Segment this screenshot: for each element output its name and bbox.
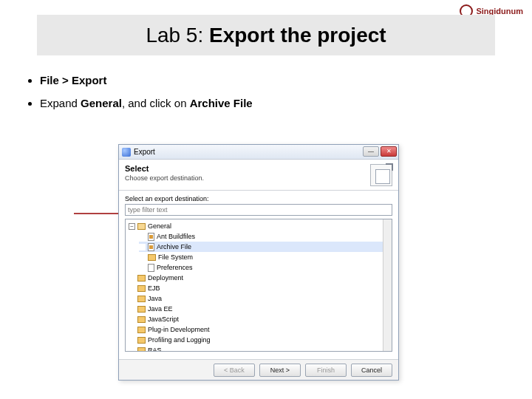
bullet-text: File > Export (40, 74, 106, 86)
tree-spacer (129, 316, 135, 323)
filter-label: Select an export destination: (125, 195, 392, 202)
close-button[interactable]: ✕ (381, 146, 397, 157)
tree-node[interactable]: Profiling and Logging (129, 335, 389, 345)
dialog-header-title: Select (125, 164, 392, 173)
folder-icon (137, 316, 146, 323)
folder-icon (148, 254, 156, 261)
tree-spacer (129, 347, 135, 352)
folder-icon (137, 285, 146, 292)
cancel-button[interactable]: Cancel (351, 364, 392, 377)
tree-node[interactable]: EJB (129, 283, 389, 293)
tree-node-label: Java (148, 293, 162, 304)
minimize-button[interactable]: — (363, 146, 379, 157)
dialog-header-subtitle: Choose export destination. (125, 174, 392, 182)
scrollbar[interactable] (383, 219, 392, 351)
export-dialog: Export — ✕ Select Choose export destinat… (118, 144, 399, 381)
dialog-window-title: Export (134, 148, 155, 156)
tree-spacer (129, 285, 135, 292)
folder-icon (137, 337, 146, 344)
tree-spacer (129, 337, 135, 344)
tree-node[interactable]: −General (129, 221, 389, 231)
tree-node[interactable]: Java EE (129, 304, 389, 314)
tree-spacer (139, 244, 146, 250)
bullet-text: Expand General, and click on Archive Fil… (40, 97, 253, 109)
tree-node-label: Ant Buildfiles (157, 231, 195, 242)
tree-node-label: General (148, 221, 171, 231)
back-button[interactable]: < Back (214, 364, 255, 377)
folder-open-icon (137, 223, 146, 230)
file-icon (148, 264, 154, 272)
tree-spacer (129, 275, 135, 282)
tree-node[interactable]: Ant Buildfiles (139, 231, 389, 242)
dialog-header: Select Choose export destination. (119, 160, 398, 191)
tree-spacer (139, 265, 146, 271)
tree-node[interactable]: Preferences (139, 262, 389, 273)
tree-spacer (139, 233, 146, 240)
tree-node-label: RAS (148, 345, 162, 352)
tree-node-label: Java EE (148, 304, 173, 314)
tree-node[interactable]: File System (139, 252, 389, 262)
tree-spacer (129, 306, 135, 313)
folder-icon (137, 327, 146, 333)
tree-node-label: EJB (148, 283, 160, 293)
tree-spacer (129, 296, 135, 302)
folder-icon (137, 347, 146, 352)
bullet-item: File > Export (40, 74, 253, 86)
file-icon (148, 243, 154, 251)
tree-spacer (129, 327, 135, 333)
dialog-titlebar: Export — ✕ (119, 145, 398, 160)
tree-node[interactable]: Java (129, 293, 389, 304)
tree-node-label: Plug-in Development (148, 324, 210, 335)
folder-icon (137, 275, 146, 282)
bullet-item: Expand General, and click on Archive Fil… (40, 97, 253, 109)
folder-icon (137, 296, 146, 302)
export-icon (370, 164, 392, 186)
tree-node-label: Profiling and Logging (148, 335, 211, 345)
dialog-footer: < Back Next > Finish Cancel (119, 359, 398, 380)
tree-node[interactable]: Archive File (139, 242, 389, 252)
finish-button[interactable]: Finish (305, 364, 347, 377)
app-icon (122, 148, 131, 157)
filter-input[interactable] (125, 204, 392, 216)
tree-node[interactable]: JavaScript (129, 314, 389, 324)
folder-icon (137, 306, 146, 313)
collapse-icon[interactable]: − (129, 223, 135, 230)
tree-node[interactable]: RAS (129, 345, 389, 352)
destination-tree[interactable]: −GeneralAnt BuildfilesArchive FileFile S… (125, 219, 392, 352)
bullet-list: File > Export Expand General, and click … (25, 74, 253, 120)
slide-title: Lab 5: Export the project (37, 15, 495, 55)
tree-node[interactable]: Deployment (129, 273, 389, 283)
tree-node-label: Deployment (148, 273, 183, 283)
tree-node-label: File System (158, 252, 193, 262)
slide-title-bold: Export the project (209, 24, 386, 47)
tree-spacer (139, 254, 146, 261)
tree-node-label: JavaScript (148, 314, 179, 324)
slide-title-prefix: Lab 5: (146, 24, 209, 47)
tree-node-label: Archive File (157, 242, 191, 252)
tree-node[interactable]: Plug-in Development (129, 324, 389, 335)
next-button[interactable]: Next > (259, 364, 301, 377)
file-icon (148, 233, 154, 241)
tree-node-label: Preferences (157, 262, 193, 273)
